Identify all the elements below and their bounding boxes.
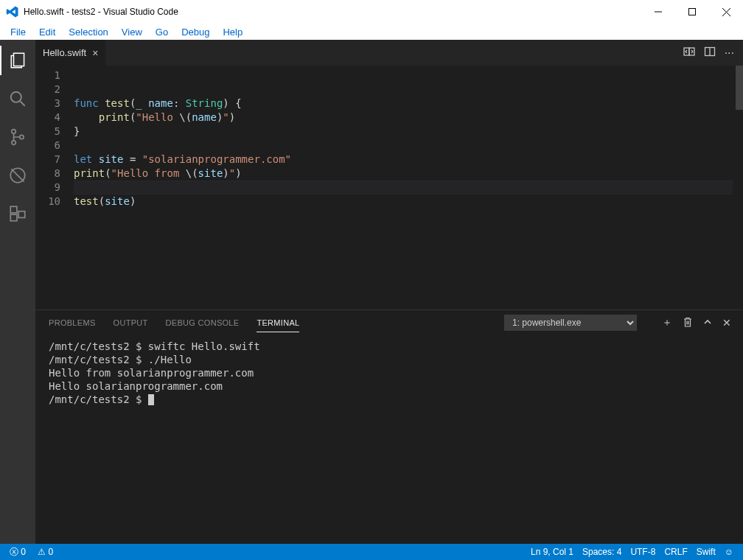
maximize-button[interactable] [675,0,709,24]
window-title: Hello.swift - tests2 - Visual Studio Cod… [24,7,178,17]
status-errors[interactable]: ⓧ 0 [6,546,29,559]
more-actions-icon[interactable]: ··· [725,46,734,60]
terminal-body[interactable]: /mnt/c/tests2 $ swiftc Hello.swift /mnt/… [35,335,743,544]
terminal-select[interactable]: 1: powershell.exe [504,315,637,331]
window-controls [641,0,743,24]
terminal-cursor [148,394,154,405]
menu-edit[interactable]: Edit [33,25,61,39]
line-number: 2 [35,83,60,97]
explorer-icon[interactable] [0,46,35,75]
compare-changes-icon[interactable] [683,46,695,60]
svg-point-8 [12,141,15,144]
svg-line-6 [20,101,25,106]
terminal-line: /mnt/c/tests2 $ [49,393,148,405]
panel-tab-terminal[interactable]: TERMINAL [257,318,299,332]
tab-label: Hello.swift [43,47,86,58]
code-editor[interactable]: 1 2 3 4 5 6 7 8 9 10 func test(_ name: S… [35,66,743,309]
tab-hello-swift[interactable]: Hello.swift × [35,40,105,66]
svg-point-7 [12,130,15,133]
svg-line-11 [11,169,24,181]
main-area: Hello.swift × ··· 1 2 3 4 5 6 7 8 9 10 [0,40,743,544]
line-number: 9 [35,181,60,195]
menu-help[interactable]: Help [217,25,248,39]
line-number: 3 [35,97,60,111]
status-language[interactable]: Swift [693,547,719,557]
menu-file[interactable]: File [4,25,32,39]
scrollbar-thumb[interactable] [736,66,743,110]
menu-go[interactable]: Go [150,25,174,39]
panel-tab-problems[interactable]: PROBLEMS [49,318,96,327]
panel-tab-output[interactable]: OUTPUT [114,318,148,327]
panel-actions: ＋ ✕ [655,316,743,329]
terminal-line: Hello from solarianprogrammer.com [49,367,254,379]
svg-rect-4 [14,53,24,66]
line-number: 7 [35,153,60,167]
extensions-icon[interactable] [0,199,35,228]
close-button[interactable] [709,0,743,24]
title-bar: Hello.swift - tests2 - Visual Studio Cod… [0,0,743,24]
status-indent[interactable]: Spaces: 4 [579,547,625,557]
maximize-panel-icon[interactable] [703,317,712,329]
search-icon[interactable] [0,84,35,113]
bottom-panel: PROBLEMS OUTPUT DEBUG CONSOLE TERMINAL 1… [35,309,743,544]
source-control-icon[interactable] [0,122,35,152]
line-number: 8 [35,167,60,181]
menu-view[interactable]: View [116,25,148,39]
menu-bar: File Edit Selection View Go Debug Help [0,24,743,40]
status-eol[interactable]: CRLF [660,547,691,557]
svg-rect-14 [18,211,25,218]
kill-terminal-icon[interactable] [683,317,693,329]
svg-point-9 [20,135,24,139]
terminal-line: /mnt/c/tests2 $ swiftc Hello.swift [49,340,260,352]
status-line-col[interactable]: Ln 9, Col 1 [527,547,577,557]
line-gutter: 1 2 3 4 5 6 7 8 9 10 [35,69,74,309]
status-bar: ⓧ 0 ⚠ 0 Ln 9, Col 1 Spaces: 4 UTF-8 CRLF… [0,544,743,560]
menu-debug[interactable]: Debug [175,25,215,39]
line-number: 6 [35,139,60,153]
new-terminal-icon[interactable]: ＋ [662,316,672,329]
vscode-logo-icon [6,5,19,18]
activity-bar [0,40,35,544]
debug-icon[interactable] [0,161,35,190]
line-number: 10 [35,195,60,209]
editor-group: Hello.swift × ··· 1 2 3 4 5 6 7 8 9 10 [35,40,743,544]
editor-scrollbar[interactable] [733,66,743,309]
status-encoding[interactable]: UTF-8 [627,547,659,557]
panel-tabs: PROBLEMS OUTPUT DEBUG CONSOLE TERMINAL 1… [35,310,743,335]
status-warnings[interactable]: ⚠ 0 [34,547,57,557]
svg-rect-16 [689,48,694,55]
svg-rect-13 [10,214,17,221]
svg-rect-12 [10,206,17,213]
terminal-line: /mnt/c/tests2 $ ./Hello [49,354,192,365]
menu-selection[interactable]: Selection [63,25,114,39]
code-content[interactable]: func test(_ name: String) { print("Hello… [74,69,743,309]
line-number: 4 [35,111,60,125]
close-panel-icon[interactable]: ✕ [722,317,731,329]
tab-bar: Hello.swift × ··· [35,40,743,66]
split-editor-icon[interactable] [704,46,716,60]
tab-actions: ··· [683,40,743,66]
panel-tab-debug-console[interactable]: DEBUG CONSOLE [166,318,240,327]
line-number: 1 [35,69,60,83]
minimize-button[interactable] [641,0,675,24]
svg-point-5 [11,92,21,102]
svg-rect-15 [684,48,689,55]
close-tab-icon[interactable]: × [92,47,98,59]
status-feedback-icon[interactable]: ☺ [721,547,737,557]
line-number: 5 [35,125,60,139]
terminal-line: Hello solarianprogrammer.com [49,380,223,392]
svg-rect-1 [689,9,696,15]
